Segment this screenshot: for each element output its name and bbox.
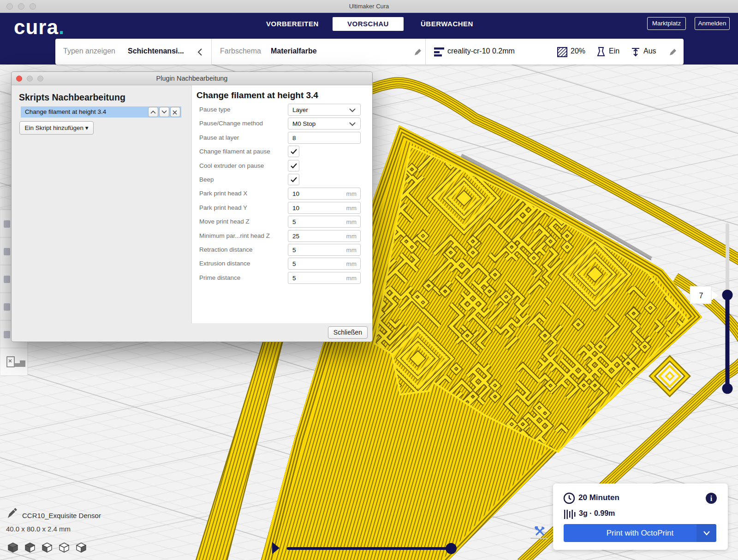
svg-text:i: i	[710, 495, 713, 502]
svg-text:40.0 x 80.0 x 2.4 mm: 40.0 x 80.0 x 2.4 mm	[6, 525, 71, 533]
svg-text:7: 7	[699, 292, 703, 300]
svg-text:CCR10_Exquisite Densor: CCR10_Exquisite Densor	[22, 512, 101, 519]
